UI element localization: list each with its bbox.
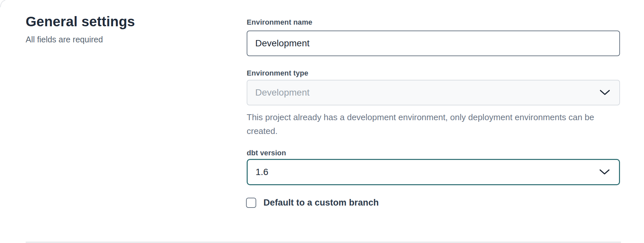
environment-name-input[interactable]: [247, 31, 620, 56]
environment-name-label: Environment name: [247, 18, 312, 27]
section-divider: [26, 242, 621, 243]
dbt-version-value: 1.6: [256, 167, 268, 177]
chevron-down-icon: [599, 169, 610, 175]
card-corner-artifact: [0, 0, 7, 8]
environment-type-label: Environment type: [247, 69, 308, 77]
page-title: General settings: [26, 13, 210, 31]
environment-type-value: Development: [255, 87, 310, 98]
environment-type-select: Development: [247, 80, 620, 105]
dbt-version-label: dbt version: [247, 149, 286, 157]
environment-type-helper: This project already has a development e…: [247, 110, 620, 138]
dbt-version-select[interactable]: 1.6: [247, 159, 620, 185]
custom-branch-checkbox[interactable]: [246, 198, 256, 208]
settings-header: General settings All fields are required: [26, 13, 210, 44]
general-settings-form: Environment name Environment type Develo…: [247, 0, 620, 243]
custom-branch-option[interactable]: Default to a custom branch: [246, 198, 379, 208]
page-subtitle: All fields are required: [26, 35, 210, 44]
custom-branch-label: Default to a custom branch: [263, 198, 379, 208]
chevron-down-icon: [600, 90, 610, 96]
